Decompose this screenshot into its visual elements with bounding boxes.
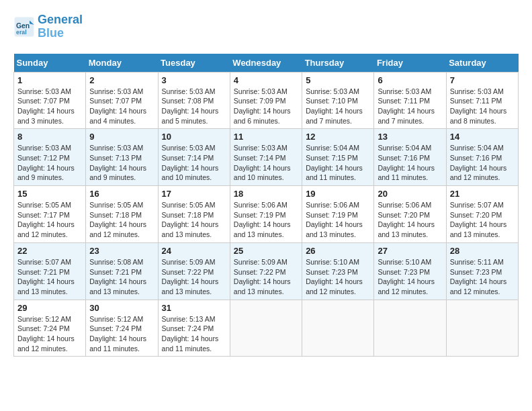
day-number: 28	[450, 246, 515, 256]
calendar-body: 1 Sunrise: 5:03 AM Sunset: 7:07 PM Dayli…	[14, 72, 519, 357]
day-number: 6	[378, 75, 442, 85]
day-info: Sunrise: 5:06 AM Sunset: 7:20 PM Dayligh…	[378, 200, 442, 240]
calendar-table: SundayMondayTuesdayWednesdayThursdayFrid…	[13, 54, 519, 357]
day-number: 2	[89, 75, 154, 85]
day-number: 1	[17, 75, 82, 85]
calendar-week-row: 1 Sunrise: 5:03 AM Sunset: 7:07 PM Dayli…	[14, 72, 519, 129]
day-number: 29	[17, 303, 82, 313]
calendar-day-cell	[302, 300, 374, 357]
logo-icon: Gen eral	[13, 16, 35, 38]
weekday-header-cell: Tuesday	[158, 54, 230, 73]
day-number: 7	[450, 75, 515, 85]
calendar-day-cell: 22 Sunrise: 5:07 AM Sunset: 7:21 PM Dayl…	[14, 242, 86, 300]
calendar-week-row: 8 Sunrise: 5:03 AM Sunset: 7:12 PM Dayli…	[14, 129, 519, 186]
day-number: 3	[162, 75, 226, 85]
day-info: Sunrise: 5:07 AM Sunset: 7:20 PM Dayligh…	[450, 200, 515, 240]
logo-text: GeneralBlue	[38, 13, 83, 40]
weekday-header-cell: Monday	[86, 54, 158, 73]
calendar-day-cell: 9 Sunrise: 5:03 AM Sunset: 7:13 PM Dayli…	[86, 129, 158, 186]
day-info: Sunrise: 5:08 AM Sunset: 7:21 PM Dayligh…	[89, 257, 154, 297]
calendar-day-cell: 30 Sunrise: 5:12 AM Sunset: 7:24 PM Dayl…	[86, 300, 158, 357]
calendar-day-cell: 16 Sunrise: 5:05 AM Sunset: 7:18 PM Dayl…	[86, 186, 158, 243]
day-number: 16	[89, 189, 154, 199]
day-info: Sunrise: 5:03 AM Sunset: 7:07 PM Dayligh…	[89, 87, 154, 126]
day-number: 4	[234, 75, 298, 85]
top-area: Gen eral GeneralBlue	[13, 13, 519, 47]
day-info: Sunrise: 5:04 AM Sunset: 7:16 PM Dayligh…	[378, 143, 442, 183]
calendar-day-cell: 23 Sunrise: 5:08 AM Sunset: 7:21 PM Dayl…	[86, 242, 158, 300]
calendar-day-cell: 5 Sunrise: 5:03 AM Sunset: 7:10 PM Dayli…	[302, 72, 374, 129]
day-info: Sunrise: 5:03 AM Sunset: 7:11 PM Dayligh…	[378, 87, 442, 126]
calendar-week-row: 15 Sunrise: 5:05 AM Sunset: 7:17 PM Dayl…	[14, 186, 519, 243]
calendar-day-cell: 4 Sunrise: 5:03 AM Sunset: 7:09 PM Dayli…	[230, 72, 302, 129]
calendar-day-cell: 29 Sunrise: 5:12 AM Sunset: 7:24 PM Dayl…	[14, 300, 86, 357]
calendar-day-cell: 3 Sunrise: 5:03 AM Sunset: 7:08 PM Dayli…	[158, 72, 230, 129]
calendar-day-cell: 7 Sunrise: 5:03 AM Sunset: 7:11 PM Dayli…	[446, 72, 518, 129]
day-number: 30	[89, 303, 154, 313]
calendar-day-cell: 26 Sunrise: 5:10 AM Sunset: 7:23 PM Dayl…	[302, 242, 374, 300]
day-number: 20	[378, 189, 442, 199]
day-number: 15	[17, 189, 82, 199]
calendar-day-cell: 18 Sunrise: 5:06 AM Sunset: 7:19 PM Dayl…	[230, 186, 302, 243]
day-number: 23	[89, 246, 154, 256]
weekday-header-cell: Wednesday	[230, 54, 302, 73]
day-info: Sunrise: 5:13 AM Sunset: 7:24 PM Dayligh…	[162, 314, 226, 354]
calendar-day-cell: 24 Sunrise: 5:09 AM Sunset: 7:22 PM Dayl…	[158, 242, 230, 300]
calendar-day-cell: 25 Sunrise: 5:09 AM Sunset: 7:22 PM Dayl…	[230, 242, 302, 300]
day-number: 11	[234, 132, 298, 142]
day-info: Sunrise: 5:03 AM Sunset: 7:10 PM Dayligh…	[306, 87, 370, 126]
calendar-day-cell: 8 Sunrise: 5:03 AM Sunset: 7:12 PM Dayli…	[14, 129, 86, 186]
day-info: Sunrise: 5:03 AM Sunset: 7:14 PM Dayligh…	[162, 143, 226, 183]
calendar-day-cell: 20 Sunrise: 5:06 AM Sunset: 7:20 PM Dayl…	[374, 186, 446, 243]
calendar-week-row: 29 Sunrise: 5:12 AM Sunset: 7:24 PM Dayl…	[14, 300, 519, 357]
day-info: Sunrise: 5:12 AM Sunset: 7:24 PM Dayligh…	[89, 314, 154, 354]
day-number: 31	[162, 303, 226, 313]
day-number: 21	[450, 189, 515, 199]
day-number: 14	[450, 132, 515, 142]
day-info: Sunrise: 5:04 AM Sunset: 7:16 PM Dayligh…	[450, 143, 515, 183]
day-info: Sunrise: 5:03 AM Sunset: 7:14 PM Dayligh…	[234, 143, 298, 183]
day-number: 25	[234, 246, 298, 256]
calendar-day-cell: 12 Sunrise: 5:04 AM Sunset: 7:15 PM Dayl…	[302, 129, 374, 186]
logo: Gen eral GeneralBlue	[13, 13, 83, 40]
day-info: Sunrise: 5:03 AM Sunset: 7:11 PM Dayligh…	[450, 87, 515, 126]
weekday-header-cell: Thursday	[302, 54, 374, 73]
calendar-day-cell: 1 Sunrise: 5:03 AM Sunset: 7:07 PM Dayli…	[14, 72, 86, 129]
calendar-day-cell: 10 Sunrise: 5:03 AM Sunset: 7:14 PM Dayl…	[158, 129, 230, 186]
weekday-header: SundayMondayTuesdayWednesdayThursdayFrid…	[14, 54, 519, 73]
day-info: Sunrise: 5:04 AM Sunset: 7:15 PM Dayligh…	[306, 143, 370, 183]
day-info: Sunrise: 5:12 AM Sunset: 7:24 PM Dayligh…	[17, 314, 82, 354]
day-number: 10	[162, 132, 226, 142]
day-info: Sunrise: 5:05 AM Sunset: 7:18 PM Dayligh…	[162, 200, 226, 240]
weekday-header-cell: Sunday	[14, 54, 86, 73]
day-number: 13	[378, 132, 442, 142]
day-info: Sunrise: 5:09 AM Sunset: 7:22 PM Dayligh…	[162, 257, 226, 297]
day-number: 18	[234, 189, 298, 199]
svg-text:eral: eral	[16, 29, 27, 36]
calendar-day-cell: 15 Sunrise: 5:05 AM Sunset: 7:17 PM Dayl…	[14, 186, 86, 243]
day-number: 27	[378, 246, 442, 256]
calendar-day-cell: 21 Sunrise: 5:07 AM Sunset: 7:20 PM Dayl…	[446, 186, 518, 243]
weekday-header-cell: Friday	[374, 54, 446, 73]
calendar-day-cell: 28 Sunrise: 5:11 AM Sunset: 7:23 PM Dayl…	[446, 242, 518, 300]
calendar-day-cell: 19 Sunrise: 5:06 AM Sunset: 7:19 PM Dayl…	[302, 186, 374, 243]
day-number: 24	[162, 246, 226, 256]
day-info: Sunrise: 5:10 AM Sunset: 7:23 PM Dayligh…	[378, 257, 442, 297]
calendar-day-cell: 11 Sunrise: 5:03 AM Sunset: 7:14 PM Dayl…	[230, 129, 302, 186]
calendar-day-cell	[230, 300, 302, 357]
day-number: 19	[306, 189, 370, 199]
day-info: Sunrise: 5:05 AM Sunset: 7:17 PM Dayligh…	[17, 200, 82, 240]
day-info: Sunrise: 5:10 AM Sunset: 7:23 PM Dayligh…	[306, 257, 370, 297]
day-info: Sunrise: 5:06 AM Sunset: 7:19 PM Dayligh…	[306, 200, 370, 240]
calendar-day-cell: 13 Sunrise: 5:04 AM Sunset: 7:16 PM Dayl…	[374, 129, 446, 186]
calendar-day-cell: 6 Sunrise: 5:03 AM Sunset: 7:11 PM Dayli…	[374, 72, 446, 129]
calendar-day-cell	[446, 300, 518, 357]
calendar-day-cell	[374, 300, 446, 357]
day-info: Sunrise: 5:09 AM Sunset: 7:22 PM Dayligh…	[234, 257, 298, 297]
day-number: 8	[17, 132, 82, 142]
calendar-day-cell: 2 Sunrise: 5:03 AM Sunset: 7:07 PM Dayli…	[86, 72, 158, 129]
calendar-day-cell: 17 Sunrise: 5:05 AM Sunset: 7:18 PM Dayl…	[158, 186, 230, 243]
day-info: Sunrise: 5:06 AM Sunset: 7:19 PM Dayligh…	[234, 200, 298, 240]
day-info: Sunrise: 5:11 AM Sunset: 7:23 PM Dayligh…	[450, 257, 515, 297]
day-number: 5	[306, 75, 370, 85]
